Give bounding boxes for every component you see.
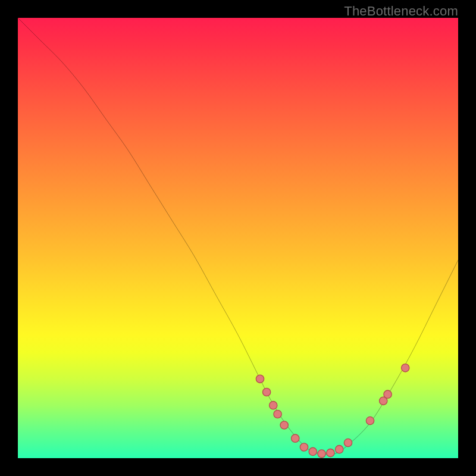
data-marker [270, 402, 277, 409]
chart-container: TheBottleneck.com [0, 0, 476, 476]
chart-svg [18, 18, 458, 458]
data-marker [384, 390, 392, 398]
bottleneck-curve-path [18, 18, 458, 455]
data-marker [327, 449, 334, 456]
marker-group [256, 364, 409, 458]
data-marker [309, 447, 317, 455]
data-marker [300, 443, 308, 451]
data-marker [280, 421, 288, 429]
data-marker [344, 439, 352, 446]
data-marker [256, 375, 264, 383]
data-marker [402, 364, 409, 372]
watermark-label: TheBottleneck.com [344, 4, 458, 19]
data-marker [292, 434, 299, 442]
data-marker [318, 450, 325, 458]
data-marker [366, 416, 374, 424]
data-marker [274, 410, 281, 418]
data-marker [262, 388, 270, 396]
data-marker [336, 446, 343, 453]
